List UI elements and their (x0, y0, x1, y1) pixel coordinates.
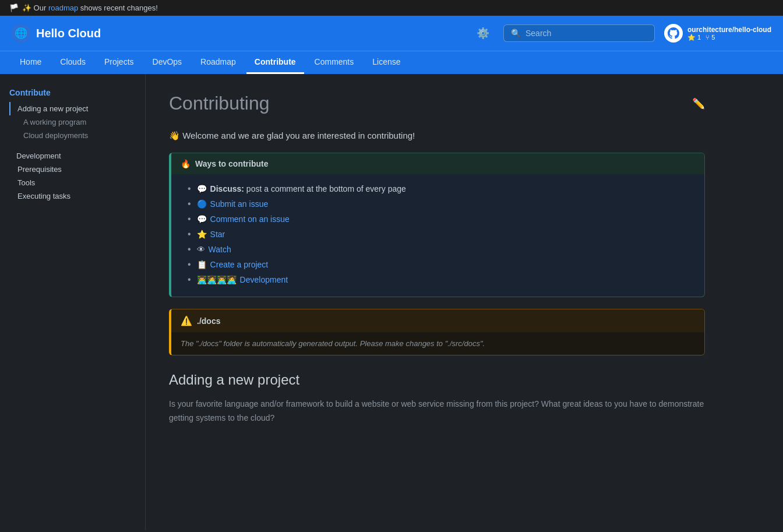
star-icon: ⭐ (197, 230, 207, 239)
watch-icon: 👁 (197, 245, 205, 254)
roadmap-link[interactable]: roadmap (48, 3, 78, 12)
sidebar-item-adding-new-project[interactable]: Adding a new project (9, 102, 136, 115)
flame-icon: 🔥 (181, 159, 191, 168)
star-link[interactable]: Star (210, 230, 225, 239)
sidebar-section-contribute: Contribute (9, 88, 136, 97)
submit-issue-icon: 🔵 (197, 199, 207, 209)
sidebar-section-development: Development (9, 149, 136, 163)
development-link[interactable]: Development (240, 275, 288, 284)
sidebar-item-cloud-deployments[interactable]: Cloud deployments (9, 129, 136, 142)
site-title: Hello Cloud (36, 27, 101, 40)
sidebar-item-prerequisites[interactable]: Prerequisites (9, 163, 136, 176)
edit-icon[interactable]: ✏️ (692, 97, 705, 110)
page-title: Contributing (169, 93, 270, 114)
announcement-bar: 🏳️ ✨ Our roadmap shows recent changes! (0, 0, 783, 16)
create-project-link[interactable]: Create a project (210, 260, 269, 269)
nav-clouds[interactable]: Clouds (52, 51, 94, 74)
warning-icon: ⚠️ (181, 315, 192, 326)
section-text-new-project: Is your favorite language and/or framewo… (169, 397, 705, 425)
theme-toggle-button[interactable]: ⚙️ (472, 24, 494, 42)
nav-comments[interactable]: Comments (306, 51, 362, 74)
comment-issue-icon: 💬 (197, 214, 207, 224)
section-heading-new-project: Adding a new project (169, 372, 705, 388)
github-forks: ⑂ 5 (706, 34, 715, 41)
main-layout: Contribute Adding a new project A workin… (0, 74, 783, 530)
submit-issue-link[interactable]: Submit an issue (210, 199, 269, 209)
list-item-development: 👨‍💻👩‍💻👨‍💻👩‍💻 Development (188, 272, 695, 287)
github-repo-info: ourchitecture/hello-cloud ⭐ 1 ⑂ 5 (687, 26, 771, 41)
discuss-icon: 💬 (197, 184, 207, 193)
warning-box-header: ⚠️ ./docs (171, 309, 704, 332)
nav-contribute[interactable]: Contribute (246, 51, 304, 74)
search-container: 🔍 (503, 24, 655, 42)
sidebar-item-executing-tasks[interactable]: Executing tasks (9, 189, 136, 203)
sidebar: Contribute Adding a new project A workin… (0, 74, 146, 530)
warning-box: ⚠️ ./docs The "./docs" folder is automat… (169, 309, 705, 355)
list-item-submit-issue: 🔵 Submit an issue (188, 196, 695, 212)
ways-to-contribute-body: 💬 Discuss: post a comment at the bottom … (171, 174, 704, 297)
github-info[interactable]: ourchitecture/hello-cloud ⭐ 1 ⑂ 5 (664, 24, 771, 43)
sidebar-item-tools[interactable]: Tools (9, 176, 136, 189)
announcement-flag: 🏳️ (9, 3, 19, 12)
list-item-star: ⭐ Star (188, 227, 695, 242)
search-input[interactable] (525, 29, 647, 38)
announcement-text: ✨ Our roadmap shows recent changes! (22, 3, 158, 12)
watch-link[interactable]: Watch (209, 245, 231, 254)
nav-bar: Home Clouds Projects DevOps Roadmap Cont… (0, 51, 783, 74)
ways-to-contribute-header: 🔥 Ways to contribute (171, 153, 704, 174)
warning-box-body: The "./docs" folder is automatically gen… (171, 332, 704, 355)
comment-issue-link[interactable]: Comment on an issue (210, 214, 290, 224)
nav-roadmap[interactable]: Roadmap (192, 51, 244, 74)
logo-icon: 🌐 (12, 24, 30, 43)
header: 🌐 Hello Cloud ⚙️ 🔍 ourchitecture/hello-c… (0, 16, 783, 51)
search-icon: 🔍 (511, 29, 521, 38)
nav-projects[interactable]: Projects (96, 51, 142, 74)
content-area: Contributing ✏️ 👋 Welcome and we are gla… (146, 74, 728, 530)
create-project-icon: 📋 (197, 260, 207, 269)
sidebar-item-working-program[interactable]: A working program (9, 115, 136, 129)
github-repo-name: ourchitecture/hello-cloud (687, 26, 771, 34)
nav-license[interactable]: License (364, 51, 408, 74)
nav-devops[interactable]: DevOps (144, 51, 191, 74)
people-icon: 👨‍💻👩‍💻👨‍💻👩‍💻 (197, 275, 237, 284)
list-item-create-project: 📋 Create a project (188, 257, 695, 272)
welcome-text: 👋 Welcome and we are glad you are intere… (169, 131, 705, 141)
nav-home[interactable]: Home (12, 51, 50, 74)
github-icon (664, 24, 683, 43)
site-logo[interactable]: 🌐 Hello Cloud (12, 24, 463, 43)
page-title-row: Contributing ✏️ (169, 93, 705, 114)
list-item-discuss: 💬 Discuss: post a comment at the bottom … (188, 181, 695, 196)
list-item-comment-issue: 💬 Comment on an issue (188, 212, 695, 227)
github-stars: ⭐ 1 (687, 34, 701, 41)
list-item-watch: 👁 Watch (188, 242, 695, 257)
ways-to-contribute-box: 🔥 Ways to contribute 💬 Discuss: post a c… (169, 153, 705, 297)
